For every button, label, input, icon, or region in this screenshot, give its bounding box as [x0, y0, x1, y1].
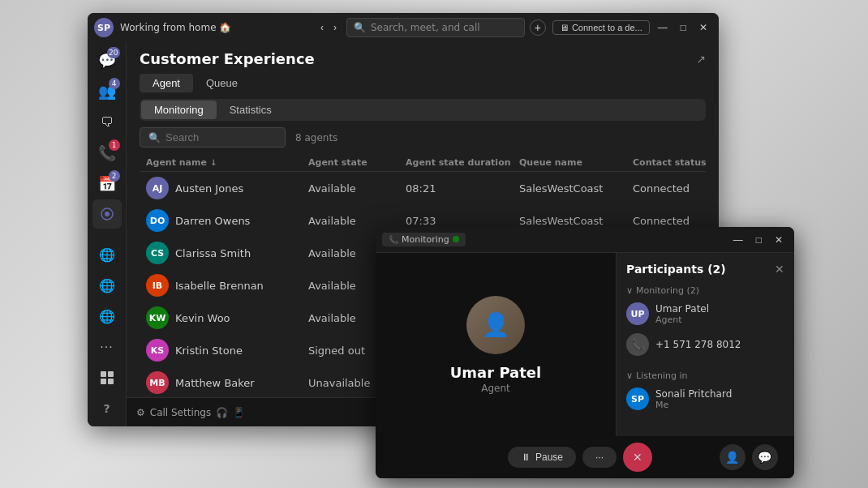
- sidebar-item-apps[interactable]: [92, 363, 122, 392]
- monitoring-body: 👤 Umar Patel Agent Participants (2) ✕ ∨ …: [376, 253, 794, 436]
- participant-role-umar: Agent: [655, 315, 709, 325]
- agent-avatar: KS: [146, 339, 169, 362]
- agent-name-cell: CS Clarissa Smith: [146, 242, 308, 264]
- maximize-button[interactable]: □: [676, 20, 691, 35]
- forward-button[interactable]: ›: [330, 20, 340, 35]
- external-link-icon[interactable]: ↗: [696, 53, 706, 66]
- monitoring-close[interactable]: ✕: [770, 233, 788, 247]
- call-agent-name: Umar Patel: [450, 364, 542, 381]
- search-placeholder: Search, meet, and call: [371, 22, 480, 33]
- participants-close[interactable]: ✕: [775, 263, 784, 276]
- search-bar[interactable]: 🔍 Search, meet, and call: [346, 18, 525, 37]
- add-participant-button[interactable]: 👤: [720, 444, 746, 470]
- title-bar: SP Working from home 🏠 ‹ › 🔍 Search, mee…: [88, 13, 719, 42]
- participant-phone: 📞 +1 571 278 8012: [626, 333, 784, 356]
- sidebar-item-help[interactable]: ?: [92, 394, 122, 423]
- minimize-button[interactable]: —: [653, 20, 672, 35]
- sidebar-item-analytics[interactable]: [92, 199, 122, 229]
- agent-state: Available: [308, 215, 406, 227]
- participant-avatar-phone: 📞: [626, 333, 649, 356]
- queue-name: SalesWestCoast: [519, 182, 633, 195]
- sidebar-item-chat[interactable]: 🗨: [92, 107, 122, 136]
- agent-state-duration: 07:33: [406, 215, 519, 227]
- connect-button[interactable]: 🖥 Connect to a de...: [552, 20, 650, 35]
- sidebar-item-activity[interactable]: 💬 20: [92, 45, 122, 75]
- sidebar-item-globe2[interactable]: 🌐: [92, 271, 122, 300]
- monitoring-status-dot: [453, 234, 459, 245]
- agents-count: 8 agents: [295, 132, 337, 143]
- monitoring-maximize[interactable]: □: [751, 233, 767, 247]
- call-avatar: 👤: [466, 296, 525, 354]
- participant-role-sonali: Me: [655, 400, 732, 410]
- agent-avatar: KW: [146, 306, 169, 329]
- call-view: 👤 Umar Patel Agent: [376, 253, 616, 436]
- table-row: AJ Austen Jones Available 08:21 SalesWes…: [140, 172, 706, 204]
- headset-icon: 🎧: [216, 407, 228, 418]
- sidebar-item-calls[interactable]: 📞 1: [92, 138, 122, 167]
- user-status: Working from home 🏠: [120, 22, 311, 33]
- listening-section: ∨ Listening in SP Sonali Pritchard Me: [626, 370, 784, 418]
- monitor-icon: 🖥: [560, 23, 569, 32]
- monitoring-minimize[interactable]: —: [728, 233, 748, 247]
- add-button[interactable]: +: [530, 19, 546, 36]
- agent-avatar: CS: [146, 242, 169, 264]
- sidebar-item-globe1[interactable]: 🌐: [92, 240, 122, 269]
- participant-phone-number: +1 571 278 8012: [655, 339, 741, 350]
- agent-name: Darren Owens: [175, 215, 250, 227]
- sort-icon: ↓: [210, 158, 217, 167]
- agent-name-cell: KS Kristin Stone: [146, 339, 308, 362]
- page-title: Customer Experience: [140, 50, 315, 67]
- end-call-button[interactable]: ✕: [623, 443, 652, 472]
- th-agent-name: Agent name ↓: [146, 157, 308, 168]
- back-button[interactable]: ‹: [317, 20, 327, 35]
- sidebar: 💬 20 👥 4 🗨 📞 1 📅 2: [88, 42, 127, 426]
- search-box[interactable]: 🔍: [140, 127, 286, 148]
- call-agent-role: Agent: [481, 383, 510, 394]
- agent-name: Isabelle Brennan: [175, 280, 264, 292]
- sidebar-item-calendar[interactable]: 📅 2: [92, 169, 122, 198]
- agent-name: Clarissa Smith: [175, 247, 251, 259]
- agent-state: Available: [308, 182, 406, 195]
- agent-name: Matthew Baker: [175, 377, 255, 389]
- participant-name-umar: Umar Patel: [655, 303, 709, 315]
- nav-arrows: ‹ ›: [317, 20, 340, 35]
- monitoring-title-bar: 📞 Monitoring — □ ✕: [376, 227, 794, 253]
- tab-queue[interactable]: Queue: [193, 74, 251, 92]
- participants-panel: Participants (2) ✕ ∨ Monitoring (2) UP U…: [616, 253, 794, 436]
- device-icon: 📱: [233, 407, 245, 418]
- more-options-button[interactable]: ···: [582, 447, 617, 468]
- sub-tab-statistics[interactable]: Statistics: [217, 101, 285, 119]
- participant-name-sonali: Sonali Pritchard: [655, 388, 732, 400]
- sidebar-item-globe3[interactable]: 🌐: [92, 302, 122, 331]
- pause-button[interactable]: ⏸ Pause: [508, 447, 576, 468]
- controls-right: 👤 💬: [720, 444, 778, 470]
- agent-name-cell: DO Darren Owens: [146, 209, 308, 232]
- contact-status: Connected: [633, 215, 706, 227]
- search-input[interactable]: [165, 131, 277, 143]
- content-header: Customer Experience ↗ Agent Queue Monito…: [127, 42, 719, 127]
- sidebar-item-people[interactable]: 👥 4: [92, 76, 122, 105]
- th-state-duration: Agent state duration: [406, 157, 519, 168]
- listening-label: ∨ Listening in: [626, 370, 784, 381]
- agent-state-duration: 08:21: [406, 182, 519, 195]
- chat-button[interactable]: 💬: [752, 444, 778, 470]
- participant-umar: UP Umar Patel Agent: [626, 302, 784, 325]
- monitoring-icon: 📞: [389, 235, 398, 244]
- monitoring-window: 📞 Monitoring — □ ✕ 👤 Umar Patel Agent Pa…: [376, 227, 794, 478]
- participant-avatar-sonali: SP: [626, 387, 649, 410]
- title-bar-actions: 🖥 Connect to a de... — □ ✕: [552, 20, 712, 35]
- agent-avatar: AJ: [146, 177, 169, 199]
- agent-name: Kristin Stone: [175, 345, 243, 357]
- agent-avatar: IB: [146, 274, 169, 297]
- agent-name-cell: IB Isabelle Brennan: [146, 274, 308, 297]
- pause-icon: ⏸: [521, 452, 531, 463]
- search-row: 🔍 8 agents: [140, 127, 706, 148]
- sub-tab-monitoring[interactable]: Monitoring: [141, 101, 217, 119]
- sidebar-item-more[interactable]: ···: [92, 332, 122, 362]
- call-settings[interactable]: ⚙ Call Settings 🎧 📱: [136, 407, 245, 418]
- call-settings-icon: ⚙: [136, 407, 145, 418]
- tab-agent[interactable]: Agent: [140, 74, 193, 92]
- agent-avatar: DO: [146, 209, 169, 232]
- close-button[interactable]: ✕: [694, 20, 712, 35]
- table-header: Agent name ↓ Agent state Agent state dur…: [140, 154, 706, 172]
